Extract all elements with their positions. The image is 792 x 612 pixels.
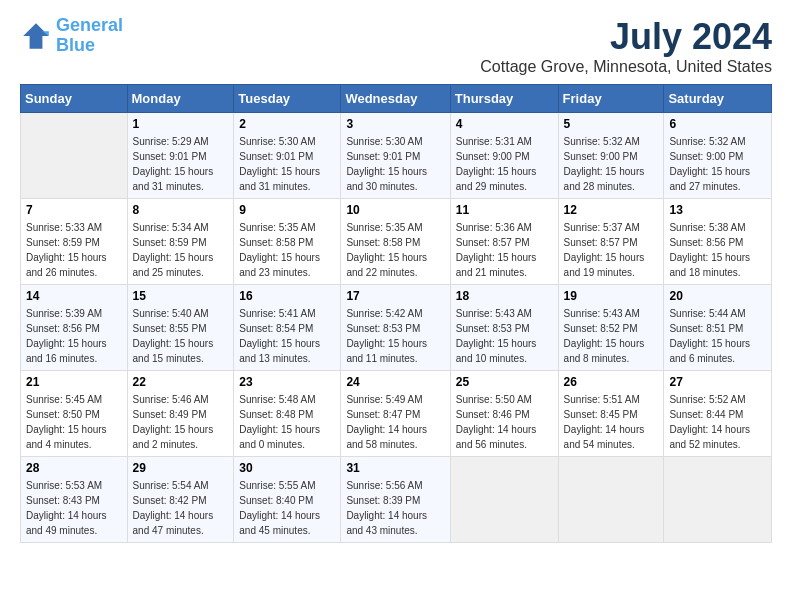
day-info: Sunrise: 5:51 AMSunset: 8:45 PMDaylight:… xyxy=(564,392,659,452)
day-info: Sunrise: 5:54 AMSunset: 8:42 PMDaylight:… xyxy=(133,478,229,538)
calendar-table: SundayMondayTuesdayWednesdayThursdayFrid… xyxy=(20,84,772,543)
day-number: 29 xyxy=(133,461,229,475)
calendar-cell xyxy=(21,113,128,199)
weekday-header-monday: Monday xyxy=(127,85,234,113)
day-info: Sunrise: 5:43 AMSunset: 8:52 PMDaylight:… xyxy=(564,306,659,366)
day-info: Sunrise: 5:44 AMSunset: 8:51 PMDaylight:… xyxy=(669,306,766,366)
calendar-cell: 20Sunrise: 5:44 AMSunset: 8:51 PMDayligh… xyxy=(664,285,772,371)
day-info: Sunrise: 5:34 AMSunset: 8:59 PMDaylight:… xyxy=(133,220,229,280)
day-number: 23 xyxy=(239,375,335,389)
day-info: Sunrise: 5:39 AMSunset: 8:56 PMDaylight:… xyxy=(26,306,122,366)
day-number: 28 xyxy=(26,461,122,475)
calendar-cell: 17Sunrise: 5:42 AMSunset: 8:53 PMDayligh… xyxy=(341,285,450,371)
logo-icon xyxy=(20,20,52,52)
day-number: 21 xyxy=(26,375,122,389)
day-info: Sunrise: 5:31 AMSunset: 9:00 PMDaylight:… xyxy=(456,134,553,194)
day-number: 17 xyxy=(346,289,444,303)
logo-text: General Blue xyxy=(56,16,123,56)
calendar-cell: 28Sunrise: 5:53 AMSunset: 8:43 PMDayligh… xyxy=(21,457,128,543)
day-number: 31 xyxy=(346,461,444,475)
calendar-cell: 5Sunrise: 5:32 AMSunset: 9:00 PMDaylight… xyxy=(558,113,664,199)
page-header: General Blue July 2024 Cottage Grove, Mi… xyxy=(20,16,772,76)
day-info: Sunrise: 5:30 AMSunset: 9:01 PMDaylight:… xyxy=(346,134,444,194)
day-info: Sunrise: 5:38 AMSunset: 8:56 PMDaylight:… xyxy=(669,220,766,280)
day-number: 24 xyxy=(346,375,444,389)
day-info: Sunrise: 5:32 AMSunset: 9:00 PMDaylight:… xyxy=(669,134,766,194)
week-row-3: 14Sunrise: 5:39 AMSunset: 8:56 PMDayligh… xyxy=(21,285,772,371)
day-number: 26 xyxy=(564,375,659,389)
day-info: Sunrise: 5:45 AMSunset: 8:50 PMDaylight:… xyxy=(26,392,122,452)
day-info: Sunrise: 5:43 AMSunset: 8:53 PMDaylight:… xyxy=(456,306,553,366)
week-row-5: 28Sunrise: 5:53 AMSunset: 8:43 PMDayligh… xyxy=(21,457,772,543)
calendar-cell: 21Sunrise: 5:45 AMSunset: 8:50 PMDayligh… xyxy=(21,371,128,457)
day-number: 25 xyxy=(456,375,553,389)
calendar-cell: 24Sunrise: 5:49 AMSunset: 8:47 PMDayligh… xyxy=(341,371,450,457)
week-row-4: 21Sunrise: 5:45 AMSunset: 8:50 PMDayligh… xyxy=(21,371,772,457)
day-info: Sunrise: 5:52 AMSunset: 8:44 PMDaylight:… xyxy=(669,392,766,452)
calendar-cell: 19Sunrise: 5:43 AMSunset: 8:52 PMDayligh… xyxy=(558,285,664,371)
day-info: Sunrise: 5:33 AMSunset: 8:59 PMDaylight:… xyxy=(26,220,122,280)
day-number: 18 xyxy=(456,289,553,303)
svg-marker-0 xyxy=(23,23,49,49)
day-number: 15 xyxy=(133,289,229,303)
day-number: 3 xyxy=(346,117,444,131)
location-title: Cottage Grove, Minnesota, United States xyxy=(480,58,772,76)
calendar-cell: 30Sunrise: 5:55 AMSunset: 8:40 PMDayligh… xyxy=(234,457,341,543)
logo: General Blue xyxy=(20,16,123,56)
calendar-cell: 23Sunrise: 5:48 AMSunset: 8:48 PMDayligh… xyxy=(234,371,341,457)
day-info: Sunrise: 5:56 AMSunset: 8:39 PMDaylight:… xyxy=(346,478,444,538)
calendar-cell: 9Sunrise: 5:35 AMSunset: 8:58 PMDaylight… xyxy=(234,199,341,285)
calendar-cell: 29Sunrise: 5:54 AMSunset: 8:42 PMDayligh… xyxy=(127,457,234,543)
weekday-header-tuesday: Tuesday xyxy=(234,85,341,113)
day-number: 7 xyxy=(26,203,122,217)
calendar-cell: 13Sunrise: 5:38 AMSunset: 8:56 PMDayligh… xyxy=(664,199,772,285)
calendar-cell xyxy=(558,457,664,543)
weekday-header-wednesday: Wednesday xyxy=(341,85,450,113)
day-info: Sunrise: 5:40 AMSunset: 8:55 PMDaylight:… xyxy=(133,306,229,366)
day-info: Sunrise: 5:50 AMSunset: 8:46 PMDaylight:… xyxy=(456,392,553,452)
calendar-cell: 3Sunrise: 5:30 AMSunset: 9:01 PMDaylight… xyxy=(341,113,450,199)
day-info: Sunrise: 5:48 AMSunset: 8:48 PMDaylight:… xyxy=(239,392,335,452)
calendar-cell: 18Sunrise: 5:43 AMSunset: 8:53 PMDayligh… xyxy=(450,285,558,371)
week-row-2: 7Sunrise: 5:33 AMSunset: 8:59 PMDaylight… xyxy=(21,199,772,285)
day-number: 12 xyxy=(564,203,659,217)
day-number: 11 xyxy=(456,203,553,217)
calendar-cell: 16Sunrise: 5:41 AMSunset: 8:54 PMDayligh… xyxy=(234,285,341,371)
calendar-cell: 6Sunrise: 5:32 AMSunset: 9:00 PMDaylight… xyxy=(664,113,772,199)
title-area: July 2024 Cottage Grove, Minnesota, Unit… xyxy=(480,16,772,76)
calendar-cell: 11Sunrise: 5:36 AMSunset: 8:57 PMDayligh… xyxy=(450,199,558,285)
weekday-header-row: SundayMondayTuesdayWednesdayThursdayFrid… xyxy=(21,85,772,113)
calendar-cell: 12Sunrise: 5:37 AMSunset: 8:57 PMDayligh… xyxy=(558,199,664,285)
day-info: Sunrise: 5:37 AMSunset: 8:57 PMDaylight:… xyxy=(564,220,659,280)
day-info: Sunrise: 5:42 AMSunset: 8:53 PMDaylight:… xyxy=(346,306,444,366)
calendar-cell: 8Sunrise: 5:34 AMSunset: 8:59 PMDaylight… xyxy=(127,199,234,285)
day-info: Sunrise: 5:32 AMSunset: 9:00 PMDaylight:… xyxy=(564,134,659,194)
day-info: Sunrise: 5:30 AMSunset: 9:01 PMDaylight:… xyxy=(239,134,335,194)
calendar-cell: 22Sunrise: 5:46 AMSunset: 8:49 PMDayligh… xyxy=(127,371,234,457)
week-row-1: 1Sunrise: 5:29 AMSunset: 9:01 PMDaylight… xyxy=(21,113,772,199)
calendar-cell: 4Sunrise: 5:31 AMSunset: 9:00 PMDaylight… xyxy=(450,113,558,199)
calendar-cell: 14Sunrise: 5:39 AMSunset: 8:56 PMDayligh… xyxy=(21,285,128,371)
calendar-cell: 10Sunrise: 5:35 AMSunset: 8:58 PMDayligh… xyxy=(341,199,450,285)
day-number: 16 xyxy=(239,289,335,303)
day-info: Sunrise: 5:49 AMSunset: 8:47 PMDaylight:… xyxy=(346,392,444,452)
month-title: July 2024 xyxy=(480,16,772,58)
calendar-cell xyxy=(450,457,558,543)
calendar-cell: 27Sunrise: 5:52 AMSunset: 8:44 PMDayligh… xyxy=(664,371,772,457)
day-number: 13 xyxy=(669,203,766,217)
day-number: 9 xyxy=(239,203,335,217)
day-number: 20 xyxy=(669,289,766,303)
calendar-cell: 25Sunrise: 5:50 AMSunset: 8:46 PMDayligh… xyxy=(450,371,558,457)
day-number: 1 xyxy=(133,117,229,131)
day-number: 22 xyxy=(133,375,229,389)
day-number: 8 xyxy=(133,203,229,217)
day-number: 2 xyxy=(239,117,335,131)
day-info: Sunrise: 5:55 AMSunset: 8:40 PMDaylight:… xyxy=(239,478,335,538)
day-info: Sunrise: 5:46 AMSunset: 8:49 PMDaylight:… xyxy=(133,392,229,452)
day-info: Sunrise: 5:35 AMSunset: 8:58 PMDaylight:… xyxy=(239,220,335,280)
calendar-cell: 26Sunrise: 5:51 AMSunset: 8:45 PMDayligh… xyxy=(558,371,664,457)
day-info: Sunrise: 5:41 AMSunset: 8:54 PMDaylight:… xyxy=(239,306,335,366)
calendar-cell: 2Sunrise: 5:30 AMSunset: 9:01 PMDaylight… xyxy=(234,113,341,199)
weekday-header-sunday: Sunday xyxy=(21,85,128,113)
day-number: 5 xyxy=(564,117,659,131)
